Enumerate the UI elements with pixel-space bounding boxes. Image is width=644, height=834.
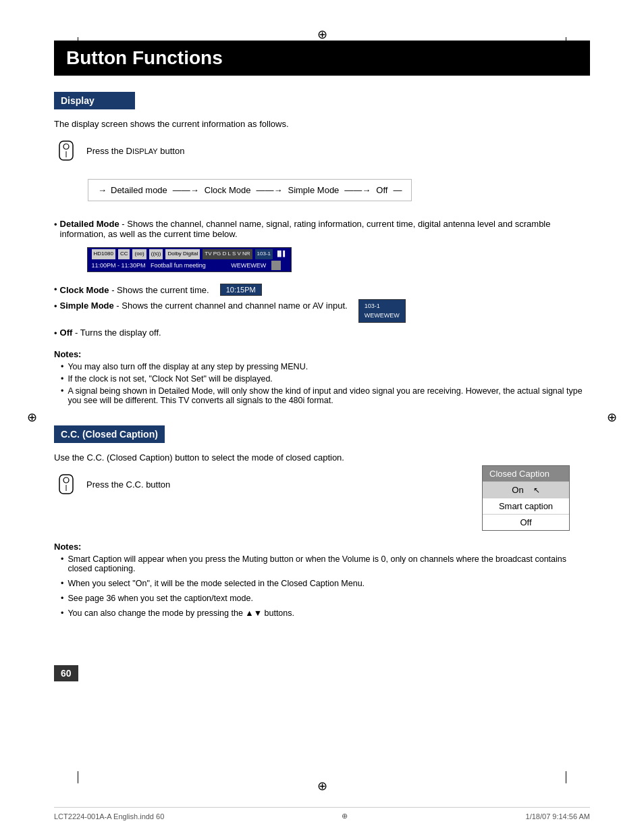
press-cc-row: Press the C.C. button bbox=[54, 472, 170, 496]
bullet-text-clock: Clock Mode - Shows the current time. bbox=[60, 285, 209, 295]
cc-note-text-3: See page 36 when you set the caption/tex… bbox=[68, 594, 253, 603]
press-cc-label: Press the C.C. button bbox=[86, 479, 170, 490]
term-detailed: Detailed Mode bbox=[60, 219, 119, 229]
osd-badge-oo: (oo) bbox=[132, 249, 146, 259]
reg-mark-top-center: ⊕ bbox=[317, 27, 327, 42]
desc-detailed: - Shows the channel, channel name, signa… bbox=[60, 219, 551, 239]
cc-option-on[interactable]: On↖ bbox=[483, 481, 569, 498]
cc-heading: C.C. (Closed Caption) bbox=[54, 425, 165, 443]
display-notes: Notes: • You may also turn off the displ… bbox=[54, 349, 590, 405]
desc-clock: - Shows the current time. bbox=[109, 285, 209, 295]
footer-center-mark: ⊕ bbox=[342, 812, 348, 820]
desc-simple: - Shows the current channel and channel … bbox=[114, 301, 348, 311]
osd-detailed-image: HD1080 CC (oo) ((s)) Dolby Digital TV PG… bbox=[87, 247, 292, 272]
osd-bottom-row: 11:00PM - 11:30PM Football fun meeting W… bbox=[92, 261, 287, 271]
bullet-content-1: Detailed Mode - Shows the channel, chann… bbox=[60, 219, 590, 279]
bullet-content-2: Clock Mode - Shows the current time. 10:… bbox=[60, 284, 590, 296]
reg-mark-right-mid: ⊕ bbox=[607, 410, 617, 425]
cc-dropdown[interactable]: Closed Caption On↖ Smart caption Off bbox=[482, 465, 570, 531]
cc-on-text: On bbox=[512, 485, 523, 495]
osd-simple-line2: WEWEWEW bbox=[365, 311, 400, 321]
note-text-2: If the clock is not set, "Clock Not Set"… bbox=[68, 374, 272, 384]
note-bullet-1: • bbox=[61, 362, 63, 371]
reg-mark-bottom-center: ⊕ bbox=[317, 779, 327, 793]
term-clock: Clock Mode bbox=[60, 285, 109, 295]
cc-notes: Notes: • Smart Caption will appear when … bbox=[54, 542, 590, 618]
cc-intro: Use the C.C. (Closed Caption) button to … bbox=[54, 452, 590, 463]
bullet-detailed-mode: • Detailed Mode - Shows the channel, cha… bbox=[54, 219, 590, 279]
osd-channel-num: 103-1 bbox=[255, 249, 273, 259]
osd-rating-box: TV PG D L S V NR bbox=[203, 249, 252, 259]
osd-top-row: HD1080 CC (oo) ((s)) Dolby Digital TV PG… bbox=[92, 249, 287, 259]
osd-badge-ss: ((s)) bbox=[149, 249, 163, 259]
osd-signal-bars: ▐▌▌ bbox=[275, 250, 287, 259]
osd-badge-hd: HD1080 bbox=[92, 249, 115, 259]
flow-item-off: Off bbox=[376, 185, 387, 195]
osd-badge-dolby: Dolby Digital bbox=[165, 249, 200, 259]
mode-flow: → Detailed mode ——→ Clock Mode ——→ Simpl… bbox=[88, 179, 412, 201]
cc-option-off[interactable]: Off bbox=[483, 514, 569, 530]
flow-arrow-end: — bbox=[393, 185, 402, 195]
svg-point-4 bbox=[63, 477, 69, 483]
border-line-tr bbox=[566, 37, 566, 49]
page-number-box: 60 bbox=[54, 665, 78, 681]
osd-simple-display: 103-1 WEWEWEW bbox=[358, 299, 406, 323]
reg-mark-left-mid: ⊕ bbox=[27, 410, 37, 425]
display-bullets: • Detailed Mode - Shows the channel, cha… bbox=[54, 219, 590, 338]
border-line-tl bbox=[78, 37, 78, 49]
cc-notes-list: • Smart Caption will appear when you pre… bbox=[61, 554, 590, 618]
cc-notes-title: Notes: bbox=[54, 542, 590, 552]
bullet-dot-3: • bbox=[54, 301, 57, 311]
bullet-clock-mode: • Clock Mode - Shows the current time. 1… bbox=[54, 284, 590, 296]
bullet-simple-mode: • Simple Mode - Shows the current channe… bbox=[54, 301, 590, 323]
bullet-off-mode: • Off - Turns the display off. bbox=[54, 328, 590, 338]
page-footer: LCT2224-001A-A English.indd 60 ⊕ 1/18/07… bbox=[54, 807, 590, 820]
note-bullet-2: • bbox=[61, 374, 63, 384]
border-line-bl bbox=[78, 771, 78, 783]
display-note-2: • If the clock is not set, "Clock Not Se… bbox=[61, 374, 590, 384]
cc-note-text-4: You can also change the mode by pressing… bbox=[68, 608, 294, 618]
bullet-dot-2: • bbox=[54, 284, 57, 294]
footer-right: 1/18/07 9:14:56 AM bbox=[526, 812, 590, 820]
display-notes-list: • You may also turn off the display at a… bbox=[61, 362, 590, 405]
svg-point-1 bbox=[63, 144, 69, 149]
cc-section: C.C. (Closed Caption) Use the C.C. (Clos… bbox=[54, 425, 590, 618]
press-display-label: Press the Display button bbox=[86, 146, 184, 156]
osd-simple-line1: 103-1 bbox=[365, 302, 400, 311]
flow-item-detailed: Detailed mode bbox=[111, 185, 167, 195]
cc-note-bullet-1: • bbox=[61, 554, 63, 564]
note-bullet-3: • bbox=[61, 386, 63, 396]
cc-note-bullet-3: • bbox=[61, 594, 63, 603]
cc-note-4: • You can also change the mode by pressi… bbox=[61, 608, 590, 618]
flow-item-simple: Simple Mode bbox=[288, 185, 339, 195]
display-note-3: • A signal being shown in Detailed Mode,… bbox=[61, 386, 590, 405]
page-container: ⊕ ⊕ ⊕ ⊕ Button Functions Display The dis… bbox=[0, 0, 644, 834]
flow-arrow-1: ——→ bbox=[173, 185, 199, 195]
press-display-row: Press the Display button bbox=[54, 138, 590, 163]
note-text-3: A signal being shown in Detailed Mode, w… bbox=[68, 386, 590, 405]
flow-arrow-start: → bbox=[98, 185, 107, 195]
display-notes-title: Notes: bbox=[54, 349, 590, 359]
remote-button-icon bbox=[54, 138, 78, 163]
bullet-content-4: Off - Turns the display off. bbox=[60, 328, 590, 338]
term-simple: Simple Mode bbox=[60, 301, 114, 311]
cc-note-3: • See page 36 when you set the caption/t… bbox=[61, 594, 590, 603]
desc-off: - Turns the display off. bbox=[72, 328, 161, 338]
cc-note-bullet-4: • bbox=[61, 608, 63, 618]
cc-note-2: • When you select "On", it will be the m… bbox=[61, 579, 590, 588]
osd-detailed-display: HD1080 CC (oo) ((s)) Dolby Digital TV PG… bbox=[67, 243, 590, 276]
display-note-1: • You may also turn off the display at a… bbox=[61, 362, 590, 371]
osd-clock-display: 10:15PM bbox=[220, 284, 262, 296]
flow-arrow-2: ——→ bbox=[256, 185, 282, 195]
display-intro: The display screen shows the current inf… bbox=[54, 119, 590, 129]
osd-signal-icon bbox=[271, 261, 281, 270]
bullet-dot-4: • bbox=[54, 328, 57, 338]
note-text-1: You may also turn off the display at any… bbox=[68, 362, 308, 371]
cc-note-text-1: Smart Caption will appear when you press… bbox=[68, 554, 590, 573]
bullet-text-simple: Simple Mode - Shows the current channel … bbox=[60, 301, 348, 311]
flow-item-clock: Clock Mode bbox=[205, 185, 251, 195]
bullet-content-3: Simple Mode - Shows the current channel … bbox=[60, 301, 590, 323]
cc-option-smart[interactable]: Smart caption bbox=[483, 498, 569, 514]
border-line-br bbox=[566, 771, 566, 783]
flow-arrow-3: ——→ bbox=[344, 185, 371, 195]
